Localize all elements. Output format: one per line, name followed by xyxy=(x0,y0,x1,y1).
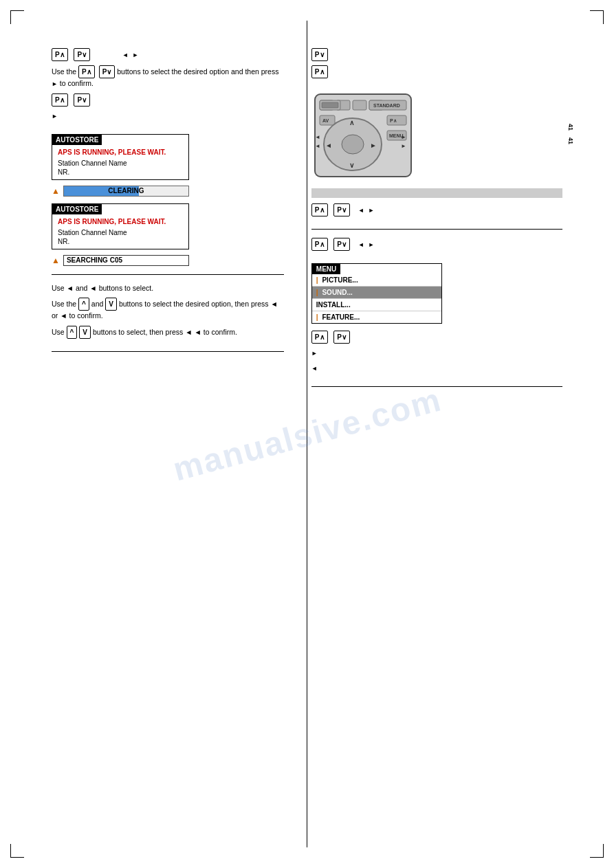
hr-right-1 xyxy=(311,229,562,230)
menu-item-install: INSTALL... xyxy=(312,299,441,311)
page: manualsive.com P∧ P∨ ◄ ► Use the P∧ P xyxy=(0,0,614,868)
p-up-btn: P∧ xyxy=(52,48,68,61)
pv-btn: P∨ xyxy=(311,48,328,61)
svg-text:AV: AV xyxy=(322,118,329,123)
corner-tr xyxy=(590,10,604,24)
clearing-progress-bar: CLEARING xyxy=(63,186,189,197)
menu-item-sound: | SOUND... xyxy=(312,287,441,299)
pv-btn4: P∨ xyxy=(333,331,350,344)
p-down-btn: P∨ xyxy=(74,48,90,61)
nav-instr-1: Use ◄ and ◄ buttons to select. xyxy=(52,283,284,294)
svg-text:◄: ◄ xyxy=(315,134,320,140)
remote-control-container: STANDARD AV P∧ MENU xyxy=(311,91,562,181)
menu-box: MENU | PICTURE... | SOUND... INSTALL... … xyxy=(311,263,442,324)
left-arr-r3: ◄ xyxy=(311,365,318,372)
searching-icon: ▲ xyxy=(52,256,60,265)
right-nav-line1: P∧ P∨ ◄ ► xyxy=(311,203,562,216)
left-arrow-char: ◄ xyxy=(67,284,74,292)
clearing-progress-text: CLEARING xyxy=(64,186,188,196)
svg-text:◄: ◄ xyxy=(315,143,320,149)
svg-text:P∧: P∧ xyxy=(390,118,397,123)
autostore-header-1: AUTOSTORE xyxy=(52,135,102,145)
autostore-body-2: APS IS RUNNING, PLEASE WAIT. Station Cha… xyxy=(52,214,188,249)
right-arr-r2: ► xyxy=(368,241,374,248)
pa-btn: P∧ xyxy=(311,65,328,78)
corner-tl xyxy=(10,10,24,24)
left-column: P∧ P∨ ◄ ► Use the P∧ P∨ buttons to selec… xyxy=(34,27,298,841)
pv-btn3: P∨ xyxy=(333,238,350,251)
nav-instr-2: Use the ^ and V buttons to select the de… xyxy=(52,298,284,322)
searching-text: SEARCHING C05 xyxy=(64,256,188,265)
left-arr-ref2: ◄ xyxy=(60,311,67,320)
aps-running-text-2: APS IS RUNNING, PLEASE WAIT. xyxy=(58,218,183,225)
caret-down: V xyxy=(105,298,117,311)
p-down-ref: P∨ xyxy=(99,65,116,78)
table-header-1: Station Channel Name xyxy=(58,159,183,167)
pa-btn4: P∧ xyxy=(311,331,328,344)
nav-line1: P∧ P∨ ◄ ► xyxy=(52,48,284,61)
right-pv: P∨ xyxy=(311,48,562,61)
right-arr-r: ► xyxy=(368,207,374,214)
right-nav-section2: P∧ P∨ ◄ ► xyxy=(311,238,562,251)
right-pa: P∧ xyxy=(311,65,562,78)
hr-2 xyxy=(52,351,284,352)
left-arr-r: ◄ xyxy=(358,207,364,214)
svg-text:►: ► xyxy=(370,142,377,149)
right-nav2-line1: P∧ P∨ ◄ ► xyxy=(311,238,562,251)
pa-btn3: P∧ xyxy=(311,238,328,251)
remote-control-svg: STANDARD AV P∧ MENU xyxy=(311,91,415,180)
right-nav-section3: P∧ P∨ ► ◄ xyxy=(311,331,562,374)
caret-up: ^ xyxy=(78,298,89,311)
autostore-body-1: APS IS RUNNING, PLEASE WAIT. Station Cha… xyxy=(52,145,188,179)
autostore-header-2: AUTOSTORE xyxy=(52,204,102,214)
nav-arrow-right: ► xyxy=(52,111,284,122)
nav-line2: P∧ P∨ xyxy=(52,93,284,107)
svg-text:∨: ∨ xyxy=(349,162,354,169)
nav-desc-text: Use the P∧ P∨ buttons to select the desi… xyxy=(52,65,284,89)
p-down-btn2: P∨ xyxy=(74,93,90,107)
right-column: 41 41 P∨ P∧ xyxy=(298,27,580,841)
left-arr-ref: ◄ xyxy=(271,300,278,308)
section-nav-instructions: Use ◄ and ◄ buttons to select. Use the ^… xyxy=(52,283,284,340)
svg-text:STANDARD: STANDARD xyxy=(373,103,400,108)
nr-row-1: NR. xyxy=(58,168,183,176)
corner-bl xyxy=(10,844,24,858)
right-arrow-inline: ► xyxy=(133,52,139,58)
section-nav-desc: P∧ P∨ ◄ ► Use the P∧ P∨ buttons to selec… xyxy=(52,48,284,122)
hr-1 xyxy=(52,274,284,275)
right-label-bottom: 41 xyxy=(567,137,574,144)
left-arr3: ◄ xyxy=(185,328,192,336)
right-arrow2: ► xyxy=(52,113,58,120)
searching-bar: SEARCHING C05 xyxy=(63,255,189,266)
right-label-top: 41 xyxy=(567,124,574,131)
autostore-box-2: AUTOSTORE APS IS RUNNING, PLEASE WAIT. S… xyxy=(52,203,189,249)
svg-text:◄: ◄ xyxy=(325,142,332,149)
p-up-btn2: P∧ xyxy=(52,93,68,107)
right-nav-section: P∧ P∨ ◄ ► xyxy=(311,203,562,216)
table-header-2: Station Channel Name xyxy=(58,229,183,236)
svg-text:∧: ∧ xyxy=(349,119,354,126)
searching-row: ▲ SEARCHING C05 xyxy=(52,255,189,266)
pa-btn2: P∧ xyxy=(311,203,328,216)
clearing-icon: ▲ xyxy=(52,186,60,196)
right-nav3-line3: ◄ xyxy=(311,363,562,374)
right-pv-pa: P∨ P∧ xyxy=(311,48,562,78)
caret-up2: ^ xyxy=(67,326,78,339)
pencil-icon-3: | xyxy=(316,313,318,321)
svg-point-16 xyxy=(342,135,364,154)
left-arr-r2: ◄ xyxy=(358,241,364,248)
left-arrow-char2: ◄ xyxy=(89,284,96,292)
svg-rect-3 xyxy=(353,100,366,110)
autostore-box-1: AUTOSTORE APS IS RUNNING, PLEASE WAIT. S… xyxy=(52,134,189,180)
aps-running-text-1: APS IS RUNNING, PLEASE WAIT. xyxy=(58,148,183,156)
menu-box-header: MENU xyxy=(312,264,340,274)
svg-text:►: ► xyxy=(401,134,406,140)
clearing-progress-row: ▲ CLEARING xyxy=(52,186,189,197)
svg-text:►: ► xyxy=(401,143,406,149)
menu-item-feature: | FEATURE... xyxy=(312,311,441,323)
nav-instr-3: Use ^ V buttons to select, then press ◄ … xyxy=(52,326,284,339)
nr-row-2: NR. xyxy=(58,238,183,245)
pv-btn2: P∨ xyxy=(333,203,350,216)
gray-band xyxy=(311,188,562,198)
p-up-ref: P∧ xyxy=(78,65,95,78)
